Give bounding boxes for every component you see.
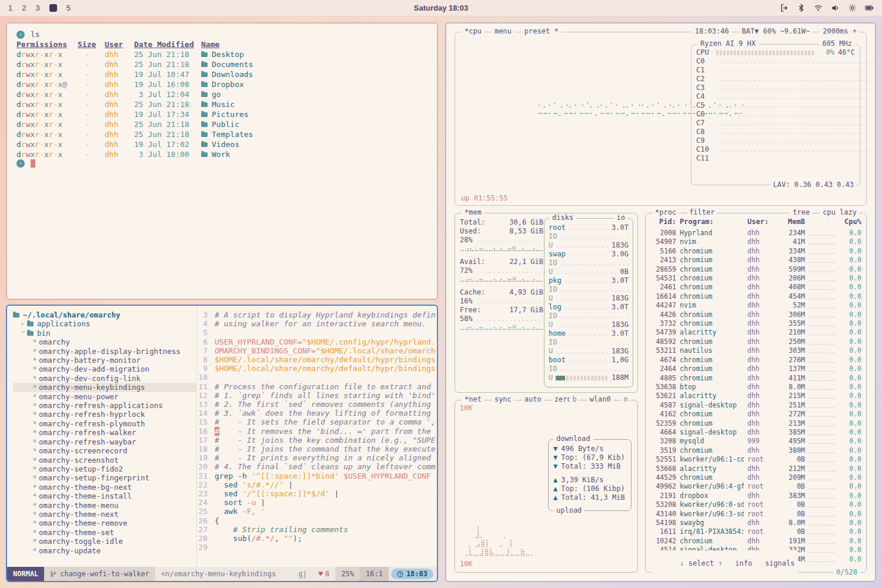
tree-item-omarchy-refresh-applications[interactable]: *omarchy-refresh-applications bbox=[13, 401, 196, 410]
tree-item-bin[interactable]: ›bin bbox=[13, 329, 196, 338]
tree-item-omarchy-menu-keybindings[interactable]: *omarchy-menu-keybindings bbox=[13, 383, 196, 392]
up-arrow-icon[interactable]: ↑ bbox=[718, 559, 722, 567]
process-row[interactable]: 2191dropboxdhh383M⣀⣀⣀⣀⣀⣀⣀0.0 bbox=[650, 492, 861, 500]
tree-item-omarchy-theme-menu[interactable]: *omarchy-theme-menu bbox=[13, 501, 196, 510]
tree-item-omarchy-theme-install[interactable]: *omarchy-theme-install bbox=[13, 492, 196, 500]
process-row[interactable]: 44247nvimdhh52M⣀⣀⣀⣀⣀⣀⣀0.0 bbox=[650, 301, 861, 310]
process-row[interactable]: 3519chromiumdhh380M⣀⣀⣀⣀⣀⣀⣀0.0 bbox=[650, 446, 861, 455]
tree-item-omarchy-refresh-plymouth[interactable]: *omarchy-refresh-plymouth bbox=[13, 419, 196, 428]
net-tab-auto[interactable]: auto bbox=[522, 395, 544, 404]
proc-tab-cpulazy[interactable]: cpu lazy bbox=[820, 208, 859, 217]
tree-item-omarchy-theme-remove[interactable]: *omarchy-theme-remove bbox=[13, 519, 196, 527]
chevron-right-icon[interactable]: › bbox=[20, 319, 27, 328]
tree-item-omarchy-setup-fido2[interactable]: *omarchy-setup-fido2 bbox=[13, 465, 196, 473]
process-row[interactable]: 5166chromiumdhh334M⣀⣀⣀⣀⣀⣀⣀0.0 bbox=[650, 247, 861, 256]
battery-icon[interactable] bbox=[865, 4, 874, 12]
tree-item-omarchy-setup-fingerprint[interactable]: *omarchy-setup-fingerprint bbox=[13, 473, 196, 482]
tree-item-omarchy-update[interactable]: *omarchy-update bbox=[13, 546, 196, 555]
process-row[interactable]: 2464chromiumdhh137M⣀⣀⣀⣀⣀⣀⣀0.0 bbox=[650, 365, 861, 373]
tree-item-omarchy-theme-next[interactable]: *omarchy-theme-next bbox=[13, 510, 196, 519]
process-row[interactable]: 54907nvimdhh41M⣀⣀⣀⣀⣀⣀⣀0.0 bbox=[650, 238, 861, 246]
process-row[interactable]: 16614chromiumdhh454M⣀⣀⣀⣀⣀⣀⣀0.0 bbox=[650, 292, 861, 301]
cpu-tab-menu[interactable]: menu bbox=[492, 27, 514, 36]
process-row[interactable]: 3732chromiumdhh355M⣀⣀⣀⣀⣀⣀⣀0.0 bbox=[650, 319, 861, 328]
process-row[interactable]: 2461chromiumdhh408M⣀⣀⣀⣀⣀⣀⣀0.0 bbox=[650, 283, 861, 292]
down-arrow-icon[interactable]: ↓ bbox=[680, 559, 684, 567]
workspace-5[interactable]: 5 bbox=[66, 4, 71, 12]
proc-header-user[interactable]: User: bbox=[747, 218, 774, 226]
tree-item-omarchy-refresh-hyprlock[interactable]: *omarchy-refresh-hyprlock bbox=[13, 410, 196, 419]
proc-header-pid[interactable]: Pid: bbox=[650, 218, 676, 226]
process-row[interactable]: 54531chromiumdhh206M⣀⣀⣀⣀⣀⣀⣀0.0 bbox=[650, 274, 861, 283]
select-label[interactable]: select bbox=[689, 559, 714, 567]
workspace-3[interactable]: 3 bbox=[35, 4, 39, 12]
tree-item-applications[interactable]: ›applications bbox=[13, 319, 196, 328]
process-row[interactable]: 4162chromiumdhh272M⣀⣀⣀⣀⣀⣀⣀0.0 bbox=[650, 410, 861, 419]
process-row[interactable]: 53668alacrittydhh212M⣀⣀⣀⣀⣀⣀⣀0.0 bbox=[650, 465, 861, 473]
net-prev-key[interactable]: b bbox=[570, 395, 579, 404]
net-tab-net[interactable]: *net bbox=[462, 395, 484, 404]
proc-header-program[interactable]: Program: bbox=[680, 218, 744, 226]
proc-tab-filter[interactable]: filter bbox=[687, 208, 717, 217]
signals-label[interactable]: signals bbox=[765, 559, 795, 567]
mem-tab[interactable]: *mem bbox=[462, 208, 484, 217]
tree-item-omarchy-dev-add-migration[interactable]: *omarchy-dev-add-migration bbox=[13, 365, 196, 373]
tree-item-omarchy-refresh-walker[interactable]: *omarchy-refresh-walker bbox=[13, 428, 196, 437]
process-row[interactable]: 53208kworker/u96:0-sdroot0B⣀⣀⣀⣀⣀⣀⣀0.0 bbox=[650, 500, 861, 509]
proc-header-cpu[interactable]: Cpu% bbox=[839, 218, 861, 226]
process-row[interactable]: 10242chromiumdhh191M⣀⣀⣀⣀⣀⣀⣀0.0 bbox=[650, 537, 861, 546]
workspace-1[interactable]: 1 bbox=[8, 4, 12, 12]
process-row[interactable]: 43140kworker/u96:3-sdroot0B⣀⣀⣀⣀⣀⣀⣀0.0 bbox=[650, 510, 861, 519]
wifi-icon[interactable] bbox=[814, 4, 823, 12]
process-row[interactable]: 53621alacrittydhh215M⣀⣀⣀⣀⣀⣀⣀0.0 bbox=[650, 392, 861, 400]
process-row[interactable]: 28659chromiumdhh599M⣀⣀⣀⣀⣀⣀⣀0.0 bbox=[650, 265, 861, 274]
proc-header-mem[interactable]: MemB bbox=[778, 218, 805, 226]
cpu-tab-preset[interactable]: preset * bbox=[522, 27, 561, 36]
tree-item-omarchy-theme-set[interactable]: *omarchy-theme-set bbox=[13, 528, 196, 537]
net-tab-sync[interactable]: sync bbox=[492, 395, 514, 404]
tree-item-omarchy-battery-monitor[interactable]: *omarchy-battery-monitor bbox=[13, 356, 196, 365]
logout-icon[interactable] bbox=[780, 4, 789, 12]
process-row[interactable]: 1611irq/81-PIXA3854:root0B⣀⣀⣀⣀⣀⣀⣀0.0 bbox=[650, 527, 861, 536]
process-row[interactable]: 53638btopdhh8.0M⣀⣀⣀⣀⣀⣀⣀0.0 bbox=[650, 383, 861, 392]
process-row[interactable]: 3208mysqld999495M⣀⣀⣀⣀⣀⣀⣀0.0 bbox=[650, 437, 861, 446]
tree-item--local-share-omarchy[interactable]: ~/.local/share/omarchy bbox=[13, 310, 196, 319]
disks-io-tab[interactable]: io bbox=[614, 213, 628, 222]
process-row[interactable]: 54739alacrittydhh210M⣀⣀⣀⣀⣀⣀⣀0.0 bbox=[650, 328, 861, 337]
process-row[interactable]: 49962kworker/u96:4-gfroot0B⣀⣀⣀⣀⣀⣀⣀0.0 bbox=[650, 482, 861, 491]
tree-item-omarchy-screenrecord[interactable]: *omarchy-screenrecord bbox=[13, 446, 196, 455]
proc-tab-tree[interactable]: tree bbox=[790, 208, 812, 217]
disks-tab[interactable]: disks bbox=[549, 213, 576, 222]
proc-tab-proc[interactable]: *proc bbox=[653, 208, 679, 217]
tree-item-omarchy-theme-bg-next[interactable]: *omarchy-theme-bg-next bbox=[13, 483, 196, 492]
tree-item-omarchy-screenshot[interactable]: *omarchy-screenshot bbox=[13, 456, 196, 465]
tree-item-omarchy-refresh-waybar[interactable]: *omarchy-refresh-waybar bbox=[13, 437, 196, 446]
process-row[interactable]: 2008Hyprlanddhh234M⣀⣀⣀⣀⣀⣀⣀0.0 bbox=[650, 229, 861, 238]
process-row[interactable]: 48592chromiumdhh250M⣀⣀⣀⣀⣀⣀⣀0.0 bbox=[650, 338, 861, 346]
process-row[interactable]: 52359chromiumdhh213M⣀⣀⣀⣀⣀⣀⣀0.0 bbox=[650, 419, 861, 428]
tree-item-omarchy-menu-power[interactable]: *omarchy-menu-power bbox=[13, 392, 196, 401]
info-label[interactable]: info bbox=[735, 559, 752, 567]
code-pane[interactable]: 3# A script to display Hyprland keybindi… bbox=[196, 306, 437, 567]
process-row[interactable]: 4805chromiumdhh411M⣀⣀⣀⣀⣀⣀⣀0.0 bbox=[650, 374, 861, 383]
tree-item-omarchy-dev-config-link[interactable]: *omarchy-dev-config-link bbox=[13, 374, 196, 383]
bluetooth-icon[interactable] bbox=[797, 4, 806, 12]
cpu-tab-cpu[interactable]: *cpu bbox=[462, 27, 484, 36]
process-row[interactable]: 4674chromiumdhh276M⣀⣀⣀⣀⣀⣀⣀0.0 bbox=[650, 356, 861, 365]
tree-item-omarchy-toggle-idle[interactable]: *omarchy-toggle-idle bbox=[13, 537, 196, 546]
refresh-interval[interactable]: 2000ms + bbox=[820, 27, 859, 36]
net-next-key[interactable]: n bbox=[622, 395, 630, 404]
process-row[interactable]: 4664signal-desktopdhh385M⣀⣀⣀⣀⣀⣀⣀0.0 bbox=[650, 428, 861, 437]
volume-icon[interactable] bbox=[831, 4, 840, 12]
tree-item-omarchy-apple-display-brightness[interactable]: *omarchy-apple-display-brightness bbox=[13, 347, 196, 356]
process-row[interactable]: 4587signal-desktopdhh251M⣀⣀⣀⣀⣀⣀⣀0.0 bbox=[650, 401, 861, 410]
process-row[interactable]: 54198swaybgdhh8.0M⣀⣀⣀⣀⣀⣀⣀0.0 bbox=[650, 519, 861, 527]
process-row[interactable]: 52551kworker/u96:1-coroot0B⣀⣀⣀⣀⣀⣀⣀0.0 bbox=[650, 455, 861, 464]
process-row[interactable]: 44529chromiumdhh209M⣀⣀⣀⣀⣀⣀⣀0.0 bbox=[650, 473, 861, 482]
process-row[interactable]: 4426chromiumdhh306M⣀⣀⣀⣀⣀⣀⣀0.0 bbox=[650, 310, 861, 319]
workspace-active-indicator[interactable] bbox=[49, 4, 57, 12]
process-row[interactable]: 53211nautilusdhh303M⣀⣀⣀⣀⣀⣀⣀0.0 bbox=[650, 346, 861, 355]
prompt-line-empty[interactable]: › bbox=[16, 159, 427, 168]
settings-icon[interactable] bbox=[848, 4, 857, 12]
workspace-2[interactable]: 2 bbox=[22, 4, 26, 12]
